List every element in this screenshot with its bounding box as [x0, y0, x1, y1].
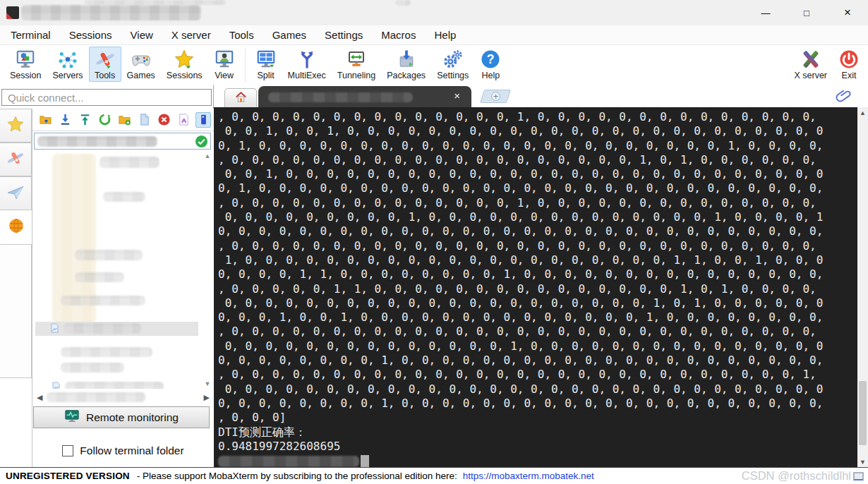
- remote-monitoring-button[interactable]: Remote monitoring: [33, 406, 210, 428]
- scroll-left-icon[interactable]: ◀: [37, 393, 42, 402]
- scrollbar-thumb[interactable]: [859, 381, 867, 446]
- follow-terminal-folder-label: Follow terminal folder: [80, 444, 183, 457]
- terminal-line: 0, 0, 0, 0, 0, 0, 0, 0, 0, 0, 0, 0, 0, 0…: [218, 224, 857, 238]
- paperclip-attach-icon[interactable]: [834, 86, 853, 105]
- redacted-file-entry: [64, 323, 141, 334]
- minimize-button[interactable]: —: [745, 0, 786, 25]
- scrollbar-thumb[interactable]: [47, 392, 145, 402]
- session-icon: [15, 49, 36, 70]
- toolbar-xserver-button[interactable]: X server: [788, 47, 833, 82]
- new-tab-button[interactable]: +: [480, 90, 511, 103]
- terminal-line: , 0, 0, 0, 0, 0, 0, 0, 0, 0, 0, 0, 0, 0,…: [218, 110, 857, 124]
- mobatek-link[interactable]: https://mobaxterm.mobatek.net: [463, 471, 594, 481]
- terminal-line: , 0, 0, 0, 0, 0, 1, 1, 0, 0, 0, 0, 0, 0,…: [218, 282, 857, 296]
- terminal-line: 0, 0, 0, 0, 0, 0, 0, 0, 0, 1, 0, 0, 0, 0…: [218, 210, 857, 224]
- toolbar-tools-button[interactable]: Tools: [89, 47, 121, 82]
- file-icon: [49, 322, 60, 337]
- menu-item[interactable]: Settings: [315, 26, 372, 44]
- toolbar-multiexec-button[interactable]: MultiExec: [282, 47, 332, 82]
- toolbar-exit-button[interactable]: Exit: [833, 47, 865, 82]
- maximize-button[interactable]: □: [786, 0, 827, 25]
- folder-up-button[interactable]: [37, 112, 53, 128]
- left-panel: A ▲: [0, 85, 214, 467]
- tab-close-icon[interactable]: ×: [454, 90, 460, 102]
- sidebar-tab-tools[interactable]: [0, 143, 32, 176]
- quick-connect-input[interactable]: [1, 89, 212, 106]
- status-message: - Please support MobaXterm by subscribin…: [137, 471, 457, 481]
- toolbar-packages-button[interactable]: Packages: [381, 47, 431, 82]
- toolbar-settings-button[interactable]: Settings: [431, 47, 474, 82]
- follow-terminal-folder-checkbox[interactable]: [62, 445, 73, 456]
- scroll-right-icon[interactable]: ▶: [204, 393, 210, 402]
- file-tree[interactable]: ▲ ▼: [32, 151, 214, 389]
- redacted-path: [37, 136, 157, 147]
- terminal-scrollbar[interactable]: ▲ ▼: [857, 107, 868, 467]
- refresh-button[interactable]: [97, 112, 112, 128]
- new-file-button[interactable]: [136, 112, 152, 128]
- packages-box-icon: [396, 49, 417, 70]
- menu-item[interactable]: Help: [425, 26, 465, 44]
- globe-icon: [7, 217, 25, 238]
- menu-item[interactable]: Tools: [220, 26, 263, 44]
- csdn-watermark: CSDN @rothschildlhl: [742, 469, 851, 483]
- terminal-line: , 0, 0, 0, 0, 0, 0, 0, 0, 0, 0, 0, 0, 0,…: [218, 239, 857, 253]
- servers-icon: [57, 49, 78, 70]
- toolbar-session-button[interactable]: Session: [4, 47, 47, 82]
- terminal-cursor: [361, 455, 369, 467]
- tree-vertical-scrollbar[interactable]: ▲ ▼: [203, 152, 212, 387]
- terminal-prompt-row: [218, 454, 857, 467]
- sidebar-strip-empty: [0, 244, 32, 378]
- tree-horizontal-scrollbar[interactable]: ◀ ▶: [34, 390, 212, 404]
- terminal-line: , 0, 0, 0, 0, 0, 0, 0, 0, 0, 0, 0, 0, 0,…: [218, 368, 857, 382]
- toolbar-games-button[interactable]: Games: [121, 47, 161, 82]
- tools-knife-icon: [95, 49, 116, 70]
- menu-item[interactable]: View: [121, 26, 162, 44]
- scroll-up-icon[interactable]: ▲: [205, 152, 211, 159]
- toolbar-sessions-button[interactable]: Sessions: [161, 47, 208, 82]
- terminal-line: 0, 0, 0, 0, 0, 0, 0, 0, 0, 0, 0, 0, 0, 0…: [218, 339, 857, 353]
- toolbar-label: View: [215, 71, 234, 80]
- menu-item[interactable]: Games: [263, 26, 315, 44]
- unregistered-version-label: UNREGISTERED VERSION: [6, 471, 130, 481]
- toolbar-help-button[interactable]: ? Help: [474, 47, 507, 82]
- scroll-up-icon[interactable]: ▲: [857, 107, 868, 118]
- tunneling-monitor-icon: [346, 49, 367, 70]
- games-gamepad-icon: [131, 49, 152, 70]
- knife-icon: [6, 149, 25, 170]
- menu-item[interactable]: Macros: [372, 26, 425, 44]
- upload-button[interactable]: [77, 112, 92, 128]
- current-path-field[interactable]: [34, 133, 211, 150]
- active-terminal-tab[interactable]: ×: [258, 86, 471, 107]
- sftp-toolbar: A: [32, 109, 214, 131]
- rename-button[interactable]: A: [176, 112, 191, 128]
- sidebar-tab-macros[interactable]: [0, 176, 32, 210]
- menu-item[interactable]: Sessions: [60, 26, 121, 44]
- close-button[interactable]: ×: [827, 0, 868, 25]
- toolbar-label: Split: [257, 71, 274, 80]
- toolbar-split-button[interactable]: Split: [250, 47, 282, 82]
- new-folder-button[interactable]: [116, 112, 132, 128]
- terminal-line: 0, 0, 0, 0, 0, 0, 0, 0, 1, 0, 0, 0, 0, 0…: [218, 353, 857, 368]
- redacted-file-entry: [61, 296, 145, 305]
- redacted-file-entry: [65, 382, 164, 389]
- toolbar-label: Servers: [52, 71, 83, 80]
- sidebar-tab-sftp[interactable]: [0, 210, 32, 244]
- sessions-star-icon: [174, 49, 195, 70]
- terminal-sync-button[interactable]: [195, 112, 211, 128]
- scroll-down-icon[interactable]: ▼: [205, 380, 211, 387]
- redacted-strip: [85, 0, 226, 5]
- toolbar-servers-button[interactable]: Servers: [47, 47, 88, 82]
- remote-monitoring-label: Remote monitoring: [86, 411, 179, 424]
- help-icon: ?: [480, 49, 501, 70]
- toolbar-tunneling-button[interactable]: Tunneling: [332, 47, 381, 82]
- terminal-output[interactable]: , 0, 0, 0, 0, 0, 0, 0, 0, 0, 0, 0, 0, 0,…: [214, 107, 857, 467]
- delete-button[interactable]: [156, 112, 171, 128]
- home-tab[interactable]: [224, 88, 257, 107]
- download-button[interactable]: [57, 112, 73, 128]
- toolbar-view-button[interactable]: View: [208, 47, 241, 82]
- sidebar-tab-sessions[interactable]: [0, 109, 32, 143]
- scroll-down-icon[interactable]: ▼: [857, 456, 868, 467]
- menu-item[interactable]: Terminal: [1, 26, 60, 44]
- menu-item[interactable]: X server: [162, 26, 220, 44]
- terminal-line: DTI预测正确率：: [218, 425, 857, 440]
